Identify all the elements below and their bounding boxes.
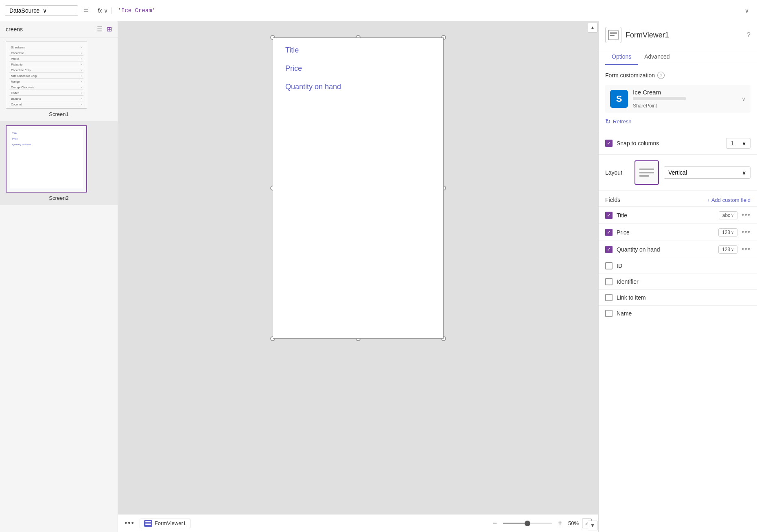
field-price-checkbox[interactable]: ✓ <box>605 229 613 236</box>
top-bar: DataSource ∨ = fx ∨ ∨ <box>0 0 757 21</box>
snap-to-columns-checkbox[interactable]: ✓ <box>605 140 613 147</box>
layout-dropdown[interactable]: Vertical ∨ <box>664 166 750 179</box>
screen1-label: Screen1 <box>6 111 112 117</box>
zoom-out-button[interactable]: − <box>490 519 500 528</box>
more-options-button[interactable]: ••• <box>125 519 135 528</box>
add-custom-field-button[interactable]: + Add custom field <box>707 197 750 203</box>
layout-card[interactable] <box>634 160 659 185</box>
screens-header: creens ☰ ⊞ <box>0 21 118 37</box>
field-link-name: Link to item <box>617 294 750 301</box>
layout-value: Vertical <box>668 169 687 176</box>
zoom-slider[interactable] <box>503 523 552 524</box>
grid-view-icon[interactable]: ⊞ <box>107 25 112 33</box>
field-name-checkbox[interactable] <box>605 310 613 317</box>
screen2-item[interactable]: Title Price Quantity on hand Screen2 <box>0 121 118 205</box>
layout-line-1 <box>639 169 654 170</box>
field-title-type-chevron: ∨ <box>731 213 734 217</box>
panel-help-icon[interactable]: ? <box>747 31 750 39</box>
field-price-type-label: 123 <box>722 230 730 235</box>
field-title-checkbox[interactable]: ✓ <box>605 212 613 219</box>
equals-icon: = <box>81 6 91 15</box>
field-id-checkbox[interactable] <box>605 262 613 269</box>
panel-title: FormViewer1 <box>626 31 743 39</box>
field-row-price: ✓ Price 123 ∨ ••• <box>599 223 757 241</box>
zoom-slider-fill <box>503 523 527 524</box>
source-expand-icon[interactable]: ∨ <box>742 96 746 102</box>
screens-panel-title: creens <box>6 26 23 33</box>
datasource-label: DataSource <box>9 7 40 14</box>
canvas-form-wrapper: Title Price Quantity on hand <box>273 37 444 339</box>
panel-header: FormViewer1 ? <box>599 21 757 49</box>
svg-rect-1 <box>145 523 151 523</box>
field-identifier-name: Identifier <box>617 278 750 285</box>
formula-expand-icon[interactable]: ∨ <box>742 7 752 14</box>
screen2-content: Title Price Quantity on hand <box>10 129 83 188</box>
columns-chevron-icon: ∨ <box>742 140 746 147</box>
tab-advanced[interactable]: Advanced <box>638 49 676 65</box>
field-price-name: Price <box>617 229 714 236</box>
formula-bar: fx ∨ <box>94 7 112 14</box>
fields-header: Fields + Add custom field <box>599 191 757 206</box>
form-viewer-icon <box>144 520 152 527</box>
svg-rect-4 <box>610 32 617 33</box>
scroll-down-button[interactable]: ▼ <box>588 521 597 530</box>
field-row-title: ✓ Title abc ∨ ••• <box>599 206 757 223</box>
fields-title: Fields <box>605 197 620 203</box>
field-price-more-icon[interactable]: ••• <box>742 228 750 236</box>
field-quantity-more-icon[interactable]: ••• <box>742 245 750 254</box>
screen1-content: Strawberry› Chocolate› Vanilla› Pistachi… <box>9 45 83 107</box>
form-customization-help-icon[interactable]: ? <box>657 72 665 79</box>
field-identifier-checkbox[interactable] <box>605 278 613 285</box>
field-link-checkbox[interactable] <box>605 294 613 301</box>
canvas-scrollbar: ▲ ▼ <box>587 21 598 532</box>
svg-rect-2 <box>145 524 151 525</box>
canvas-quantity-field: Quantity on hand <box>285 83 431 91</box>
source-card: S Ice Cream SharePoint ∨ <box>605 85 750 113</box>
refresh-button[interactable]: ↻ Refresh <box>605 118 750 125</box>
formula-input[interactable] <box>115 6 738 15</box>
svg-rect-6 <box>610 35 615 36</box>
scroll-up-button[interactable]: ▲ <box>588 23 597 33</box>
source-url <box>633 97 686 100</box>
zoom-slider-thumb <box>525 521 530 526</box>
screen2-label: Screen2 <box>6 195 112 201</box>
tab-options[interactable]: Options <box>605 49 638 65</box>
zoom-percent-label: 50% <box>568 520 579 526</box>
refresh-icon: ↻ <box>605 118 610 125</box>
field-price-type[interactable]: 123 ∨ <box>718 228 737 236</box>
datasource-chevron-icon: ∨ <box>43 7 74 14</box>
form-viewer-panel-icon <box>605 27 621 43</box>
datasource-dropdown[interactable]: DataSource ∨ <box>5 5 78 16</box>
field-quantity-type[interactable]: 123 ∨ <box>718 245 737 254</box>
layout-row: Layout Vertical ∨ <box>599 155 757 191</box>
field-row-name: Name <box>599 305 757 321</box>
zoom-in-button[interactable]: + <box>555 519 565 528</box>
field-title-more-icon[interactable]: ••• <box>742 211 750 219</box>
snap-to-columns-label: Snap to columns <box>617 140 722 147</box>
svg-rect-5 <box>610 33 617 34</box>
screen1-item[interactable]: Strawberry› Chocolate› Vanilla› Pistachi… <box>0 37 118 121</box>
source-type: SharePoint <box>633 103 737 109</box>
screen2-thumbnail: Title Price Quantity on hand <box>6 125 87 193</box>
layout-chevron-icon: ∨ <box>742 169 746 176</box>
field-row-link: Link to item <box>599 289 757 305</box>
columns-value: 1 <box>731 140 734 147</box>
columns-dropdown[interactable]: 1 ∨ <box>726 138 750 149</box>
field-price-type-chevron: ∨ <box>731 230 734 234</box>
panel-tabs: Options Advanced <box>599 49 757 65</box>
layout-line-3 <box>639 175 649 177</box>
field-title-type[interactable]: abc ∨ <box>719 211 737 219</box>
list-view-icon[interactable]: ☰ <box>97 25 103 33</box>
canvas-form[interactable]: Title Price Quantity on hand <box>273 37 444 339</box>
refresh-label: Refresh <box>613 118 632 125</box>
form-viewer-tab[interactable]: FormViewer1 <box>140 519 190 528</box>
form-viewer-label: FormViewer1 <box>155 520 186 526</box>
field-quantity-checkbox[interactable]: ✓ <box>605 246 613 253</box>
layout-line-2 <box>639 172 654 173</box>
source-info: Ice Cream SharePoint <box>633 89 737 109</box>
screens-panel: creens ☰ ⊞ Strawberry› Chocolate› Vanill… <box>0 21 118 532</box>
screens-icons: ☰ ⊞ <box>97 25 112 33</box>
canvas-form-inner: Title Price Quantity on hand <box>273 38 443 109</box>
field-id-name: ID <box>617 263 750 269</box>
canvas-price-field: Price <box>285 64 431 73</box>
